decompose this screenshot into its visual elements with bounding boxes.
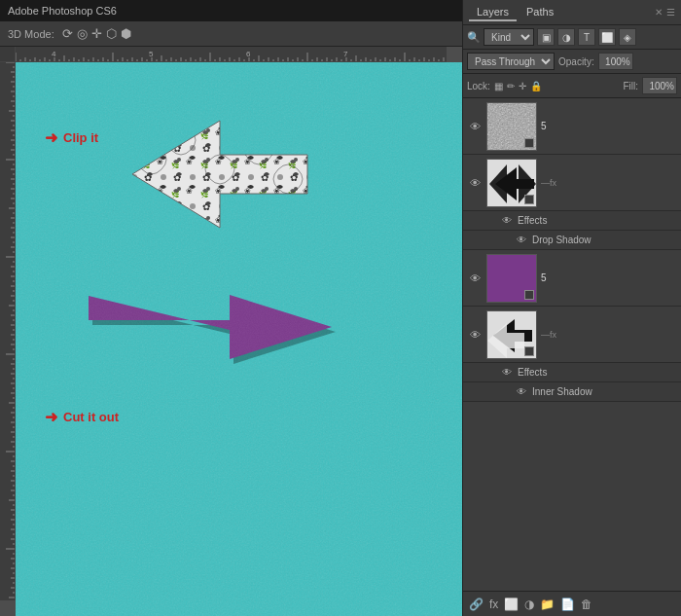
layer-info-1: 5 — [541, 121, 677, 131]
effects-header-label-2: Effects — [518, 215, 547, 226]
link-layers-icon[interactable]: 🔗 — [469, 598, 484, 611]
search-icon: 🔍 — [467, 31, 481, 44]
fill-label: Fill: — [623, 81, 638, 91]
ruler-vertical — [0, 62, 16, 600]
layer-info-3: 5 — [541, 272, 677, 283]
new-group-icon[interactable]: 📁 — [540, 598, 555, 611]
layer-fx-2: —fx — [541, 178, 677, 188]
shape-filter-btn[interactable]: ⬜ — [598, 28, 616, 46]
pixel-filter-btn[interactable]: ▣ — [537, 28, 555, 46]
layer-thumb-2 — [486, 159, 537, 207]
layers-list: 👁 5 👁 — [463, 98, 681, 591]
effects-eye-4[interactable]: 👁 — [502, 367, 512, 378]
layer-eye-3[interactable]: 👁 — [467, 271, 483, 286]
lock-transparent-btn[interactable]: ▦ — [494, 81, 503, 91]
effects-header-4: 👁 Effects — [463, 363, 681, 382]
ruler-corner — [0, 47, 16, 62]
svg-marker-8 — [132, 121, 307, 228]
ruler-horizontal — [16, 47, 447, 62]
slide-icon[interactable]: ⬡ — [106, 26, 117, 41]
layer-chain-icon-2 — [524, 195, 534, 204]
opacity-label: Opacity: — [558, 56, 594, 67]
drop-shadow-eye[interactable]: 👁 — [517, 235, 526, 245]
floral-arrow: ✿ ❀ 🌿 — [113, 111, 327, 237]
cut-label-group: ➜ Cut it out — [45, 408, 119, 426]
effects-header-label-4: Effects — [518, 367, 547, 378]
3d-mode-label: 3D Mode: — [8, 28, 54, 40]
clip-it-label: Clip it — [63, 130, 98, 145]
add-fx-icon[interactable]: fx — [489, 598, 498, 611]
layer-thumb-4 — [486, 310, 537, 359]
layer-chain-icon-3 — [524, 290, 534, 300]
adjustment-filter-btn[interactable]: ◑ — [557, 28, 575, 46]
lock-paint-btn[interactable]: ✏ — [507, 81, 515, 91]
lock-label: Lock: — [467, 81, 490, 91]
main-canvas: ➜ Clip it ✿ ❀ 🌿 — [16, 62, 462, 616]
panel-menu-icon[interactable]: ☰ — [666, 7, 675, 18]
delete-layer-icon[interactable]: 🗑 — [581, 598, 592, 611]
drop-shadow-label: Drop Shadow — [532, 235, 591, 245]
scale-icon[interactable]: ⬢ — [121, 26, 131, 41]
panel-close-icon[interactable]: ✕ — [655, 7, 663, 18]
layer-thumb-3 — [486, 254, 537, 303]
layer-eye-1[interactable]: 👁 — [467, 119, 483, 134]
new-layer-icon[interactable]: 📄 — [560, 598, 575, 611]
layer-info-2: —fx — [541, 178, 677, 188]
add-mask-icon[interactable]: ⬜ — [504, 598, 519, 611]
roll-icon[interactable]: ◎ — [77, 26, 88, 41]
inner-shadow-row: 👁 Inner Shadow — [463, 382, 681, 402]
effects-header-2: 👁 Effects — [463, 211, 681, 231]
layer-chain-icon-4 — [524, 346, 534, 356]
layer-name-1: 5 — [541, 121, 677, 131]
arrow-right-clip-icon: ➜ — [45, 128, 57, 147]
3d-toolbar-icons: ⟳ ◎ ✛ ⬡ ⬢ — [62, 26, 131, 41]
clip-label-group: ➜ Clip it — [45, 128, 98, 147]
smart-filter-btn[interactable]: ◈ — [619, 28, 636, 46]
layers-panel-header: Layers Paths ✕ ☰ — [463, 0, 681, 25]
kind-select[interactable]: Kind — [484, 28, 534, 46]
cut-it-out-label: Cut it out — [63, 410, 119, 424]
layers-panel: Layers Paths ✕ ☰ 🔍 Kind ▣ ◑ T ⬜ ◈ Pass T… — [462, 0, 681, 616]
lock-all-btn[interactable]: 🔒 — [530, 81, 542, 91]
inner-shadow-eye[interactable]: 👁 — [517, 386, 526, 397]
layer-item-2[interactable]: 👁 —fx — [463, 155, 681, 211]
inner-shadow-label: Inner Shadow — [532, 386, 592, 397]
layers-bottom-toolbar: 🔗 fx ⬜ ◑ 📁 📄 🗑 — [463, 591, 681, 616]
pan-icon[interactable]: ✛ — [91, 26, 102, 41]
layer-item-4[interactable]: 👁 —fx — [463, 307, 681, 363]
type-filter-btn[interactable]: T — [578, 28, 595, 46]
canvas-area: ➜ Clip it ✿ ❀ 🌿 — [0, 47, 462, 616]
layer-chain-icon — [524, 138, 534, 148]
new-adjustment-icon[interactable]: ◑ — [524, 598, 534, 611]
layer-thumb-1 — [486, 102, 537, 151]
layers-blend-row: Pass Through Normal Multiply Screen Opac… — [463, 50, 681, 74]
fx-label-2: —fx — [541, 178, 556, 188]
effects-eye-2[interactable]: 👁 — [502, 215, 512, 226]
fill-input[interactable] — [642, 77, 677, 94]
lock-position-btn[interactable]: ✛ — [519, 81, 526, 91]
arrow-right-cut-icon: ➜ — [45, 408, 57, 426]
tab-layers[interactable]: Layers — [469, 4, 517, 21]
layer-item-3[interactable]: 👁 5 — [463, 250, 681, 307]
rotate-icon[interactable]: ⟳ — [62, 26, 73, 41]
fx-label-4: —fx — [541, 330, 556, 340]
layer-name-3: 5 — [541, 272, 677, 283]
layer-info-4: —fx — [541, 330, 677, 340]
layer-eye-4[interactable]: 👁 — [467, 327, 483, 343]
purple-arrow — [69, 252, 341, 403]
drop-shadow-row: 👁 Drop Shadow — [463, 231, 681, 250]
layer-eye-2[interactable]: 👁 — [467, 175, 483, 191]
thumb-grainy-1 — [487, 103, 536, 150]
blend-mode-select[interactable]: Pass Through Normal Multiply Screen — [467, 53, 555, 70]
opacity-input[interactable] — [598, 53, 633, 70]
tab-paths[interactable]: Paths — [519, 4, 561, 21]
layer-fx-4: —fx — [541, 330, 677, 340]
app-title: Adobe Photoshop CS6 — [8, 5, 117, 17]
floral-arrow-svg: ✿ ❀ 🌿 — [113, 111, 327, 237]
purple-arrow-svg — [69, 252, 341, 403]
layers-lock-row: Lock: ▦ ✏ ✛ 🔒 Fill: — [463, 74, 681, 98]
layers-kind-toolbar: 🔍 Kind ▣ ◑ T ⬜ ◈ — [463, 25, 681, 50]
layer-item-1[interactable]: 👁 5 — [463, 98, 681, 155]
